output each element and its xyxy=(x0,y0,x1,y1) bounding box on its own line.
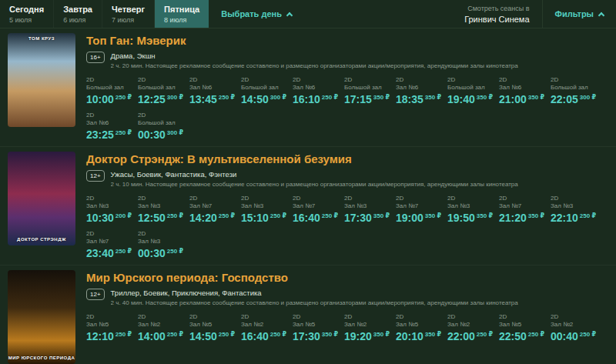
session-price: 200 ₽ xyxy=(116,212,132,219)
movie-body: Доктор Стрэндж: В мультивселенной безуми… xyxy=(86,152,608,260)
age-rating-badge: 16+ xyxy=(86,52,105,63)
session-card[interactable]: 2D Зал №3 15:10250 ₽ xyxy=(241,195,290,225)
session-card[interactable]: 2D Зал №3 12:50250 ₽ xyxy=(138,195,187,225)
session-format: 2D xyxy=(86,112,136,119)
day-tab[interactable]: Пятница 8 июля xyxy=(155,0,209,28)
session-card[interactable]: 2D Зал №2 14:00250 ₽ xyxy=(138,313,187,343)
session-time-row: 16:40250 ₽ xyxy=(241,329,290,343)
session-card[interactable]: 2D Зал №5 22:50250 ₽ xyxy=(499,313,548,343)
session-time-row: 18:35350 ₽ xyxy=(396,92,445,106)
session-format: 2D xyxy=(241,195,290,202)
session-card[interactable]: 2D Зал №7 14:20250 ₽ xyxy=(189,195,239,225)
session-hall: Зал №7 xyxy=(499,202,548,209)
choose-day-button[interactable]: Выбрать день xyxy=(209,0,304,28)
movie-poster[interactable]: ТОМ КРУЗ xyxy=(8,33,75,127)
session-card[interactable]: 2D Большой зал 10:00250 ₽ xyxy=(86,76,136,106)
session-card[interactable]: 2D Зал №3 22:10250 ₽ xyxy=(551,195,600,225)
session-card[interactable]: 2D Зал №6 21:00350 ₽ xyxy=(499,76,548,106)
session-card[interactable]: 2D Зал №6 16:10250 ₽ xyxy=(293,76,342,106)
session-hall: Зал №5 xyxy=(189,321,239,328)
session-price: 250 ₽ xyxy=(322,94,338,101)
session-format: 2D xyxy=(499,313,548,320)
session-time: 18:35 xyxy=(396,93,424,105)
session-price: 250 ₽ xyxy=(116,94,132,101)
session-format: 2D xyxy=(396,76,445,83)
session-time: 12:10 xyxy=(86,330,114,342)
session-card[interactable]: 2D Зал №7 19:00350 ₽ xyxy=(396,195,445,225)
session-price: 250 ₽ xyxy=(219,331,235,338)
session-card[interactable]: 2D Зал №7 23:40250 ₽ xyxy=(86,230,136,260)
session-card[interactable]: 2D Зал №5 12:10250 ₽ xyxy=(86,313,136,343)
session-card[interactable]: 2D Зал №5 17:30350 ₽ xyxy=(293,313,342,343)
session-card[interactable]: 2D Зал №6 13:45250 ₽ xyxy=(189,76,239,106)
movie-body: Топ Ган: Мэверик 16+ Драма, Экшн 2 ч. 20… xyxy=(86,33,608,142)
session-price: 350 ₽ xyxy=(528,94,544,101)
session-time-row: 16:40250 ₽ xyxy=(293,211,342,225)
session-time: 10:00 xyxy=(86,93,114,105)
movie-poster[interactable]: МИР ЮРСКОГО ПЕРИОДА xyxy=(8,270,75,364)
session-price: 250 ₽ xyxy=(167,331,183,338)
session-time-row: 10:30200 ₽ xyxy=(86,211,136,225)
cinema-selector[interactable]: Смотреть сеансы в Гринвич Синема xyxy=(464,0,541,28)
session-card[interactable]: 2D Большой зал 14:50300 ₽ xyxy=(241,76,290,106)
session-card[interactable]: 2D Большой зал 17:15350 ₽ xyxy=(344,76,393,106)
session-card[interactable]: 2D Большой зал 22:05300 ₽ xyxy=(551,76,600,106)
session-card[interactable]: 2D Зал №2 16:40250 ₽ xyxy=(241,313,290,343)
session-format: 2D xyxy=(551,76,600,83)
session-time: 16:40 xyxy=(293,212,320,224)
session-price: 300 ₽ xyxy=(167,94,183,101)
movie-meta: 16+ Драма, Экшн 2 ч. 20 мин. Настоящее р… xyxy=(86,52,608,69)
session-card[interactable]: 2D Зал №2 19:20350 ₽ xyxy=(344,313,393,343)
session-time: 22:00 xyxy=(447,330,475,342)
session-card[interactable]: 2D Зал №3 19:50350 ₽ xyxy=(447,195,497,225)
poster-caption: ДОКТОР СТРЭНДЖ xyxy=(8,237,75,242)
session-card[interactable]: 2D Зал №3 17:30350 ₽ xyxy=(344,195,393,225)
session-hall: Зал №2 xyxy=(138,321,187,328)
session-card[interactable]: 2D Зал №3 00:30250 ₽ xyxy=(138,230,187,260)
session-card[interactable]: 2D Зал №7 16:40250 ₽ xyxy=(293,195,342,225)
session-hall: Зал №3 xyxy=(138,238,187,245)
session-hall: Зал №3 xyxy=(138,202,187,209)
session-price: 250 ₽ xyxy=(580,331,596,338)
session-time: 20:10 xyxy=(396,330,424,342)
session-format: 2D xyxy=(189,313,239,320)
movie-meta: 12+ Ужасы, Боевик, Фантастика, Фэнтези 2… xyxy=(86,170,608,188)
movie-title[interactable]: Топ Ган: Мэверик xyxy=(86,34,608,47)
movie-genres: Триллер, Боевик, Приключения, Фантастика xyxy=(111,289,518,297)
movie-poster[interactable]: ДОКТОР СТРЭНДЖ xyxy=(8,152,75,245)
session-time: 22:50 xyxy=(499,330,527,342)
session-format: 2D xyxy=(447,76,497,83)
session-list: 2D Зал №3 10:30200 ₽ 2D Зал №3 12:50250 … xyxy=(86,189,608,260)
session-hall: Зал №6 xyxy=(499,84,548,91)
session-card[interactable]: 2D Большой зал 12:25300 ₽ xyxy=(138,76,187,106)
session-time-row: 23:25250 ₽ xyxy=(86,128,136,142)
session-price: 350 ₽ xyxy=(477,212,493,219)
movie-title[interactable]: Доктор Стрэндж: В мультивселенной безуми… xyxy=(86,152,608,165)
session-card[interactable]: 2D Зал №3 10:30200 ₽ xyxy=(86,195,136,225)
session-price: 350 ₽ xyxy=(373,212,390,219)
filters-button[interactable]: Фильтры xyxy=(542,0,616,28)
session-card[interactable]: 2D Зал №2 00:40250 ₽ xyxy=(551,313,600,343)
topbar: Сегодня 5 июля Завтра 6 июля Четверг 7 и… xyxy=(0,0,616,28)
session-format: 2D xyxy=(293,195,342,202)
session-format: 2D xyxy=(447,313,497,320)
session-card[interactable]: 2D Большой зал 19:40350 ₽ xyxy=(447,76,497,106)
session-price: 250 ₽ xyxy=(477,331,493,338)
session-card[interactable]: 2D Зал №7 21:20350 ₽ xyxy=(499,195,548,225)
day-tab[interactable]: Сегодня 5 июля xyxy=(0,0,54,28)
day-tab[interactable]: Завтра 6 июля xyxy=(54,0,102,28)
day-tab-date: 5 июля xyxy=(9,16,44,24)
session-card[interactable]: 2D Большой зал 00:30300 ₽ xyxy=(138,112,187,142)
session-time-row: 12:10250 ₽ xyxy=(86,329,136,343)
day-tab[interactable]: Четверг 7 июля xyxy=(102,0,155,28)
movie-title[interactable]: Мир Юрского периода: Господство xyxy=(86,271,608,284)
session-card[interactable]: 2D Зал №6 23:25250 ₽ xyxy=(86,112,136,142)
movie-disclaimer: Настоящее рекламное сообщение составлено… xyxy=(146,299,518,306)
session-card[interactable]: 2D Зал №2 22:00250 ₽ xyxy=(447,313,497,343)
session-card[interactable]: 2D Зал №5 14:50250 ₽ xyxy=(189,313,239,343)
session-format: 2D xyxy=(447,195,497,202)
session-hall: Большой зал xyxy=(344,84,393,91)
session-time-row: 17:30350 ₽ xyxy=(293,329,342,343)
session-card[interactable]: 2D Зал №6 18:35350 ₽ xyxy=(396,76,445,106)
session-card[interactable]: 2D Зал №5 20:10350 ₽ xyxy=(396,313,445,343)
